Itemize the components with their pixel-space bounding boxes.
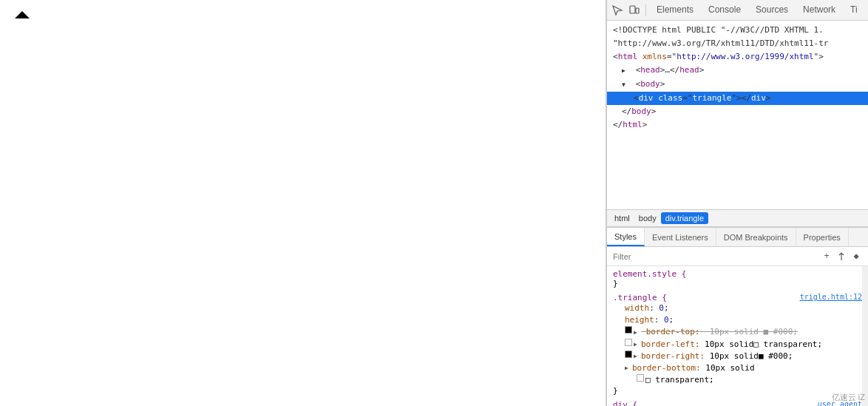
border-left-swatch[interactable] <box>625 339 632 346</box>
border-top-swatch[interactable] <box>625 326 632 334</box>
triangle-rule-close: } <box>613 386 862 396</box>
triangle-rule: .triangle { trigle.html:12 width: 0; hei… <box>613 293 862 396</box>
html-line-body[interactable]: <body> <box>607 78 868 92</box>
filter-bar: + ◆ <box>607 247 868 266</box>
html-line-div-triangle[interactable]: <div class="triangle"></div> <box>607 92 868 105</box>
style-tabs: Styles Event Listeners DOM Breakpoints P… <box>607 228 868 247</box>
watermark: 亿速云 iZ <box>832 392 865 403</box>
border-right-swatch[interactable] <box>625 351 632 358</box>
element-style-rule: element.style { } <box>613 269 862 288</box>
prop-width: width: 0; <box>613 302 862 314</box>
browser-viewport <box>0 0 606 406</box>
svg-rect-1 <box>636 8 639 13</box>
device-toolbar-icon[interactable] <box>626 3 641 18</box>
breadcrumb-body[interactable]: body <box>634 212 661 224</box>
elements-panel[interactable]: <!DOCTYPE html PUBLIC "-//W3C//DTD XHTML… <box>607 21 868 209</box>
svg-rect-0 <box>630 6 635 13</box>
breadcrumb-div-triangle[interactable]: div.triangle <box>661 212 708 224</box>
border-top-expand[interactable]: ▶ <box>634 327 641 339</box>
add-style-rule-button[interactable]: + <box>821 251 833 263</box>
html-line-dtd[interactable]: "http://www.w3.org/TR/xhtml11/DTD/xhtml1… <box>607 37 868 50</box>
prop-border-right: ▶ border-right: 10px solid ■ #000; <box>613 351 862 362</box>
head-expand-arrow[interactable] <box>622 64 631 77</box>
tab-sources[interactable]: Sources <box>748 0 796 20</box>
html-line-doctype[interactable]: <!DOCTYPE html PUBLIC "-//W3C//DTD XHTML… <box>607 24 868 37</box>
triangle-element <box>15 11 30 18</box>
toggle-element-state-button[interactable] <box>835 251 847 263</box>
bottom-panel: Styles Event Listeners DOM Breakpoints P… <box>607 227 868 406</box>
body-expand-arrow[interactable] <box>622 78 631 91</box>
tab-console[interactable]: Console <box>701 0 748 20</box>
prop-border-left: ▶ border-left: 10px solid □ transparent; <box>613 339 862 351</box>
breadcrumb-html[interactable]: html <box>610 212 634 224</box>
triangle-source-link[interactable]: trigle.html:12 <box>800 293 862 301</box>
prop-border-bottom-line1: ▶ border-bottom: 10px solid <box>613 362 862 374</box>
inspect-icon[interactable] <box>610 3 625 18</box>
html-line-close-html[interactable]: </html> <box>607 118 868 132</box>
html-line-close-body[interactable]: </body> <box>607 105 868 118</box>
border-bottom-swatch[interactable] <box>637 374 644 382</box>
devtools-toolbar: Elements Console Sources Network Ti <box>607 0 868 21</box>
color-scheme-button[interactable]: ◆ <box>850 251 862 263</box>
tab-dom-breakpoints[interactable]: DOM Breakpoints <box>716 228 796 246</box>
element-style-close: } <box>613 279 862 288</box>
prop-border-bottom-line2: □ transparent; <box>613 374 862 386</box>
tab-elements[interactable]: Elements <box>649 0 701 20</box>
border-bottom-expand[interactable]: ▶ <box>625 362 632 374</box>
tab-event-listeners[interactable]: Event Listeners <box>645 228 716 246</box>
devtools-tabs: Elements Console Sources Network Ti <box>649 0 865 20</box>
tab-properties[interactable]: Properties <box>796 228 849 246</box>
toolbar-separator <box>645 4 646 16</box>
prop-border-top: ▶ border-top: 10px solid ■ #000; <box>613 326 862 339</box>
tab-styles[interactable]: Styles <box>607 228 645 246</box>
html-line-head[interactable]: <head>…</head> <box>607 64 868 78</box>
filter-input[interactable] <box>613 252 821 261</box>
html-line-html-tag[interactable]: <html xmlns="http://www.w3.org/1999/xhtm… <box>607 50 868 64</box>
element-style-selector: element.style { <box>613 269 862 279</box>
styles-scrollbar[interactable] <box>862 266 868 406</box>
border-left-expand[interactable]: ▶ <box>634 339 641 351</box>
border-right-expand[interactable]: ▶ <box>634 351 641 362</box>
breadcrumb-bar: html body div.triangle <box>607 209 868 227</box>
div-user-agent-rule: div { user agent display: block; <box>613 400 862 406</box>
devtools-panel: Elements Console Sources Network Ti <!DO… <box>606 0 868 406</box>
triangle-selector-line: .triangle { trigle.html:12 <box>613 293 862 302</box>
tab-timeline[interactable]: Ti <box>843 0 865 20</box>
prop-height: height: 0; <box>613 314 862 326</box>
filter-icons: + ◆ <box>821 251 862 263</box>
styles-content[interactable]: element.style { } .triangle { trigle.htm… <box>607 266 868 406</box>
tab-network[interactable]: Network <box>796 0 843 20</box>
div-selector-line: div { user agent <box>613 400 862 406</box>
